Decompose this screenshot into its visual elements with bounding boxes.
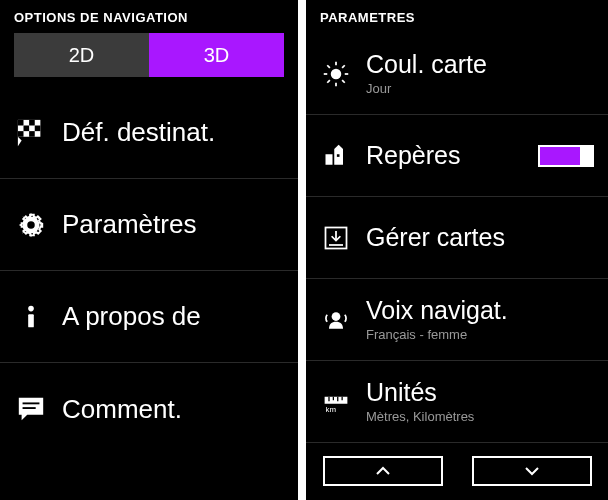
landmarks-toggle-fill xyxy=(540,147,580,165)
setting-landmarks-text: Repères xyxy=(366,142,538,170)
feedback-icon xyxy=(14,392,48,426)
svg-line-23 xyxy=(327,80,330,83)
menu-settings[interactable]: Paramètres xyxy=(0,179,298,271)
scroll-up-button[interactable] xyxy=(323,456,443,486)
setting-nav-voice-text: Voix navigat. Français - femme xyxy=(366,297,594,342)
setting-manage-maps-label: Gérer cartes xyxy=(366,224,594,252)
svg-rect-12 xyxy=(28,314,34,327)
setting-map-color[interactable]: Coul. carte Jour xyxy=(306,33,608,115)
scroll-down-button[interactable] xyxy=(472,456,592,486)
svg-marker-26 xyxy=(334,144,343,148)
setting-units-text: Unités Mètres, Kilomètres xyxy=(366,379,594,424)
svg-line-22 xyxy=(342,65,345,68)
svg-rect-13 xyxy=(23,402,40,404)
setting-map-color-text: Coul. carte Jour xyxy=(366,51,594,96)
svg-rect-14 xyxy=(23,407,36,409)
setting-map-color-sub: Jour xyxy=(366,81,594,96)
svg-point-10 xyxy=(27,221,35,229)
destination-flag-icon xyxy=(14,116,48,150)
manage-maps-icon xyxy=(320,222,352,254)
svg-rect-27 xyxy=(337,154,340,157)
svg-text:km: km xyxy=(326,404,337,413)
setting-units-sub: Mètres, Kilomètres xyxy=(366,409,594,424)
svg-rect-2 xyxy=(29,119,35,125)
gear-icon xyxy=(14,208,48,242)
setting-manage-maps-text: Gérer cartes xyxy=(366,224,594,252)
svg-rect-24 xyxy=(326,154,333,165)
svg-rect-5 xyxy=(18,131,24,137)
toggle-3d[interactable]: 3D xyxy=(149,33,284,77)
navigation-options-panel: OPTIONS DE NAVIGATION 2D 3D Déf. destina… xyxy=(0,0,298,500)
setting-manage-maps[interactable]: Gérer cartes xyxy=(306,197,608,279)
toggle-3d-label: 3D xyxy=(204,44,230,67)
menu-set-destination-label: Déf. destinat. xyxy=(62,117,215,148)
setting-nav-voice-label: Voix navigat. xyxy=(366,297,594,325)
landmarks-toggle-thumb xyxy=(580,147,592,165)
svg-rect-32 xyxy=(325,396,348,403)
setting-map-color-label: Coul. carte xyxy=(366,51,594,79)
menu-about[interactable]: A propos de xyxy=(0,271,298,363)
landmarks-icon xyxy=(320,140,352,172)
svg-rect-1 xyxy=(18,119,24,125)
menu-feedback-label: Comment. xyxy=(62,394,182,425)
svg-rect-3 xyxy=(24,125,30,131)
svg-point-31 xyxy=(332,312,341,321)
settings-header: PARAMETRES xyxy=(306,0,608,33)
settings-panel: PARAMETRES Coul. carte Jour xyxy=(306,0,608,500)
menu-settings-label: Paramètres xyxy=(62,209,196,240)
setting-nav-voice[interactable]: Voix navigat. Français - femme xyxy=(306,279,608,361)
svg-rect-6 xyxy=(29,131,35,137)
svg-rect-4 xyxy=(35,125,41,131)
scroll-arrows xyxy=(306,446,608,500)
setting-units-label: Unités xyxy=(366,379,594,407)
units-icon: km xyxy=(320,386,352,418)
setting-units[interactable]: km Unités Mètres, Kilomètres xyxy=(306,361,608,443)
toggle-2d-label: 2D xyxy=(69,44,95,67)
setting-nav-voice-sub: Français - femme xyxy=(366,327,594,342)
settings-list: Coul. carte Jour Repères xyxy=(306,33,608,446)
voice-icon xyxy=(320,304,352,336)
svg-line-20 xyxy=(327,65,330,68)
svg-line-21 xyxy=(342,80,345,83)
view-mode-toggle: 2D 3D xyxy=(0,33,298,87)
menu-feedback[interactable]: Comment. xyxy=(0,363,298,455)
svg-marker-7 xyxy=(18,136,22,145)
landmarks-toggle[interactable] xyxy=(538,145,594,167)
svg-point-11 xyxy=(28,305,34,311)
sun-icon xyxy=(320,58,352,90)
nav-options-header: OPTIONS DE NAVIGATION xyxy=(0,0,298,33)
menu-about-label: A propos de xyxy=(62,301,201,332)
chevron-down-icon xyxy=(524,466,540,476)
setting-landmarks[interactable]: Repères xyxy=(306,115,608,197)
info-icon xyxy=(14,300,48,334)
svg-point-15 xyxy=(331,68,342,79)
chevron-up-icon xyxy=(375,466,391,476)
menu-set-destination[interactable]: Déf. destinat. xyxy=(0,87,298,179)
setting-landmarks-label: Repères xyxy=(366,142,538,170)
toggle-2d[interactable]: 2D xyxy=(14,33,149,77)
